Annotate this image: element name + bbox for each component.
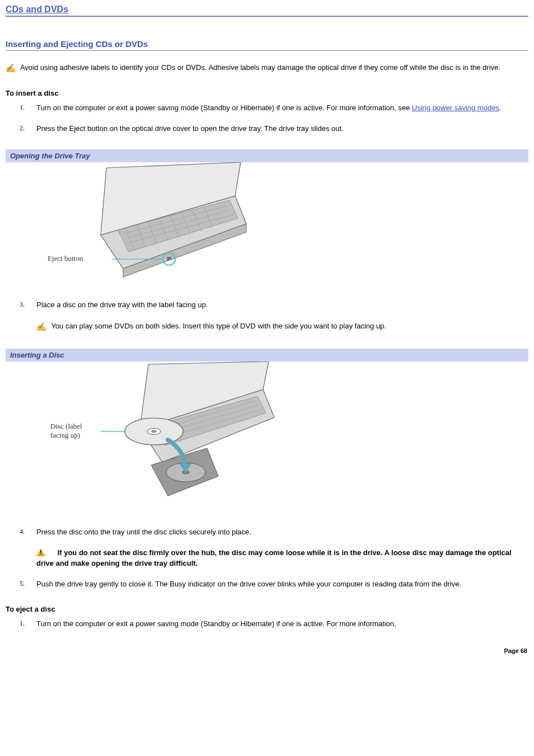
- figure-2: Disc (label facing up): [39, 361, 528, 507]
- top-note: ✍ Avoid using adhesive labels to identif…: [6, 62, 528, 74]
- step-2-text: Press the Eject button on the optical dr…: [36, 124, 344, 133]
- step-2: 2. Press the Eject button on the optical…: [6, 124, 528, 134]
- figure-2-title: Inserting a Disc: [6, 349, 528, 361]
- top-note-text: Avoid using adhesive labels to identify …: [20, 63, 500, 72]
- svg-rect-16: [167, 257, 171, 260]
- step-3-note-text: You can play some DVDs on both sides. In…: [51, 322, 386, 330]
- step-number: 1.: [20, 103, 25, 112]
- disc-label-line2: facing up): [50, 431, 80, 439]
- section-title: Inserting and Ejecting CDs or DVDs: [6, 39, 528, 51]
- insert-disc-illustration: Disc (label facing up): [39, 361, 274, 507]
- warning-icon: [36, 548, 45, 556]
- power-saving-link[interactable]: Using power saving modes: [412, 104, 499, 112]
- page-number: Page 68: [504, 647, 527, 654]
- insert-steps-cont2: 4. Press the disc onto the tray until th…: [6, 527, 528, 589]
- step-number: 3.: [20, 300, 25, 309]
- step-4-warning-text: If you do not seat the disc firmly over …: [36, 548, 512, 567]
- step-number: 1.: [20, 619, 25, 628]
- disc-label-line1: Disc (label: [50, 422, 82, 430]
- eject-heading: To eject a disc: [6, 605, 528, 613]
- insert-steps: 1. Turn on the computer or exit a power …: [6, 103, 528, 134]
- step-4-text: Press the disc onto the tray until the d…: [36, 528, 251, 536]
- step-5: 5. Push the drive tray gently to close i…: [6, 579, 528, 590]
- note-icon: ✍: [36, 321, 47, 333]
- insert-steps-cont: 3. Place a disc on the drive tray with t…: [6, 300, 528, 333]
- step-3-text: Place a disc on the drive tray with the …: [36, 300, 208, 309]
- step-1-text-c: .: [499, 104, 502, 112]
- figure-1: Eject button: [39, 162, 528, 280]
- drive-tray-open-illustration: Eject button: [39, 162, 252, 280]
- step-1: 1. Turn on the computer or exit a power …: [6, 103, 528, 114]
- eject-button-label: Eject button: [48, 254, 83, 262]
- step-3: 3. Place a disc on the drive tray with t…: [6, 300, 528, 333]
- svg-point-29: [151, 430, 157, 433]
- step-3-note: ✍ You can play some DVDs on both sides. …: [36, 321, 528, 333]
- step-number: 5.: [20, 579, 25, 589]
- step-number: 4.: [20, 527, 25, 537]
- step-1-text-a: Turn on the computer or exit a power sav…: [36, 104, 412, 112]
- page-title: CDs and DVDs: [6, 4, 528, 17]
- step-number: 2.: [20, 124, 25, 133]
- step-4: 4. Press the disc onto the tray until th…: [6, 527, 528, 569]
- figure-1-title: Opening the Drive Tray: [6, 149, 528, 162]
- note-icon: ✍: [6, 62, 16, 74]
- insert-heading: To insert a disc: [6, 89, 528, 97]
- step-4-warning: If you do not seat the disc firmly over …: [36, 548, 528, 569]
- eject-step-1: 1. Turn on the computer or exit a power …: [6, 619, 528, 630]
- step-5-text: Push the drive tray gently to close it. …: [36, 580, 461, 588]
- eject-steps: 1. Turn on the computer or exit a power …: [6, 619, 528, 630]
- eject-step-1-text: Turn on the computer or exit a power sav…: [36, 619, 396, 628]
